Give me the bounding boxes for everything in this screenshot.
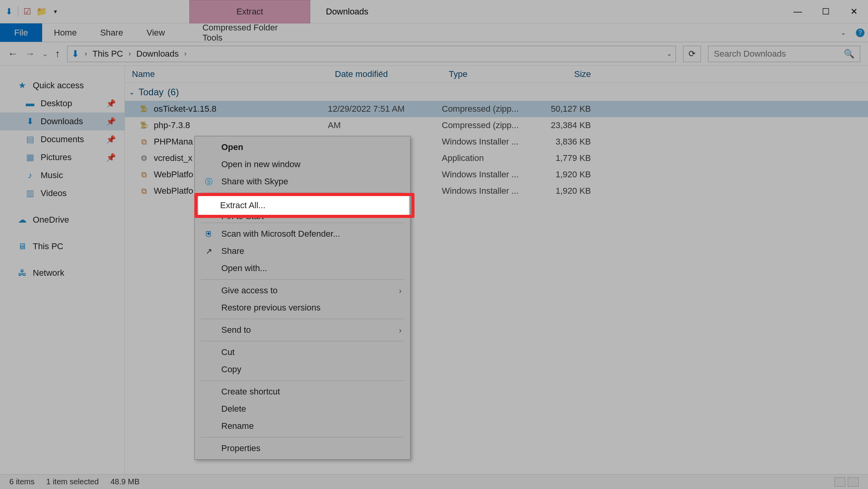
file-type: Compressed (zipp... [442,120,536,130]
file-size: 1,920 KB [536,186,599,196]
help-icon[interactable]: ? [852,23,868,42]
address-dropdown-icon[interactable]: ⌄ [667,50,672,57]
context-menu: Open Open in new window ⓈShare with Skyp… [194,136,411,460]
chevron-right-icon[interactable]: › [184,50,187,58]
file-name: osTicket-v1.15.8 [154,104,217,114]
up-button[interactable]: ↑ [55,48,60,60]
sidebar-label: This PC [33,241,63,252]
msi-file-icon: ⧉ [139,170,149,180]
menu-open-new-window[interactable]: Open in new window [196,156,409,173]
menu-copy[interactable]: Copy [196,361,409,378]
chevron-right-icon[interactable]: › [85,50,87,58]
file-size: 50,127 KB [536,104,599,114]
sidebar-item-label: Downloads [41,116,83,127]
sidebar-onedrive[interactable]: ☁ OneDrive [0,211,125,229]
file-type: Application [442,153,536,163]
new-folder-qat-icon[interactable]: 📁 [36,7,46,17]
ribbon-expand-icon[interactable]: ⌄ [834,23,852,42]
sidebar-item-videos[interactable]: ▥ Videos [0,184,125,202]
column-headers: Name Date modified⌄ Type Size [125,66,868,83]
sidebar-item-desktop[interactable]: ▬ Desktop 📌 [0,95,125,112]
menu-rename[interactable]: Rename [196,418,409,435]
sidebar-item-downloads[interactable]: ⬇ Downloads 📌 [0,112,125,130]
file-tab[interactable]: File [0,23,42,42]
col-date[interactable]: Date modified⌄ [328,69,442,79]
file-date: 12/29/2022 7:51 AM [328,104,442,114]
pc-icon: 🖥 [17,241,27,252]
tab-share[interactable]: Share [89,23,135,42]
menu-cut[interactable]: Cut [196,344,409,361]
menu-open[interactable]: Open [196,139,409,156]
properties-qat-icon[interactable]: ☑ [22,7,32,17]
file-type: Windows Installer ... [442,137,536,147]
menu-share[interactable]: ↗Share [196,243,409,260]
menu-give-access[interactable]: Give access to› [196,282,409,299]
pin-icon: 📌 [106,135,116,144]
file-row[interactable]: 🗜php-7.3.8AMCompressed (zipp...23,384 KB [125,117,868,134]
recent-dropdown-icon[interactable]: ⌄ [42,50,48,58]
menu-properties[interactable]: Properties [196,440,409,457]
address-bar[interactable]: ⬇ › This PC › Downloads › ⌄ [67,46,676,62]
download-icon: ⬇ [25,116,35,127]
col-type[interactable]: Type [442,69,536,79]
search-placeholder: Search Downloads [714,49,786,59]
col-name[interactable]: Name [125,69,328,79]
file-type: Compressed (zipp... [442,104,536,114]
menu-open-with[interactable]: Open with... [196,260,409,277]
down-arrow-icon[interactable]: ⬇ [4,7,14,17]
desktop-icon: ▬ [25,98,35,109]
close-button[interactable]: ✕ [840,2,868,21]
menu-restore-previous[interactable]: Restore previous versions [196,299,409,316]
contextual-tab-group: Extract [189,0,310,23]
menu-scan-defender[interactable]: ⛨Scan with Microsoft Defender... [196,225,409,243]
nav-pane: ★ Quick access ▬ Desktop 📌 ⬇ Downloads 📌… [0,66,125,474]
sidebar-quick-access[interactable]: ★ Quick access [0,77,125,95]
file-size: 23,384 KB [536,120,599,130]
sidebar-this-pc[interactable]: 🖥 This PC [0,237,125,255]
breadcrumb-downloads[interactable]: Downloads [136,49,179,59]
pin-icon: 📌 [106,153,116,162]
refresh-button[interactable]: ⟳ [683,46,701,62]
pin-icon: 📌 [106,99,116,108]
tab-home[interactable]: Home [42,23,89,42]
back-button[interactable]: ← [8,48,18,60]
sidebar-label: OneDrive [33,215,69,225]
sidebar-item-label: Desktop [41,98,72,109]
breadcrumb-this-pc[interactable]: This PC [92,49,123,59]
sidebar-item-label: Pictures [41,152,71,162]
sort-indicator-icon: ⌄ [379,67,384,74]
forward-button[interactable]: → [25,48,35,60]
sidebar-item-documents[interactable]: ▤ Documents 📌 [0,130,125,148]
ribbon: File Home Share View Compressed Folder T… [0,23,868,42]
menu-create-shortcut[interactable]: Create shortcut [196,383,409,400]
tab-compressed-folder-tools[interactable]: Compressed Folder Tools [191,23,312,42]
skype-icon: Ⓢ [203,177,214,187]
search-input[interactable]: Search Downloads 🔍 [708,46,860,62]
menu-delete[interactable]: Delete [196,400,409,418]
chevron-down-icon: ⌄ [129,88,135,96]
sidebar-item-music[interactable]: ♪ Music [0,166,125,184]
maximize-button[interactable]: ☐ [812,2,840,21]
file-row[interactable]: 🗜osTicket-v1.15.812/29/2022 7:51 AMCompr… [125,101,868,117]
chevron-right-icon[interactable]: › [128,50,131,58]
minimize-button[interactable]: — [784,2,812,21]
group-header-today[interactable]: ⌄ Today (6) [125,83,868,101]
qat-dropdown-icon[interactable]: ▾ [50,7,60,17]
exe-file-icon: ⚙ [139,153,149,163]
sidebar-label: Network [33,268,64,278]
tab-view[interactable]: View [135,23,176,42]
menu-send-to[interactable]: Send to› [196,321,409,339]
col-size[interactable]: Size [536,69,599,79]
menu-extract-all[interactable]: Extract All... [198,196,409,215]
details-view-button[interactable] [834,477,845,487]
menu-share-skype[interactable]: ⓈShare with Skype [196,173,409,190]
sidebar-item-pictures[interactable]: ▦ Pictures 📌 [0,148,125,166]
star-icon: ★ [17,80,27,91]
sidebar-item-label: Documents [41,134,84,145]
thumbnails-view-button[interactable] [848,477,859,487]
file-size: 1,779 KB [536,153,599,163]
highlight-extract-all: Extract All... [194,193,414,218]
status-item-count: 6 items [9,477,34,486]
sidebar-network[interactable]: 🖧 Network [0,264,125,282]
msi-file-icon: ⧉ [139,186,149,196]
